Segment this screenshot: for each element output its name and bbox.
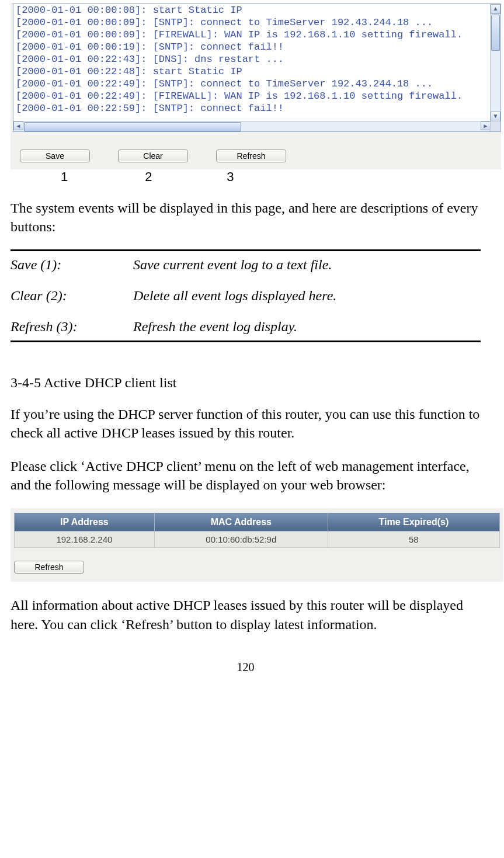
definition-description: Save current event log to a text file.	[133, 257, 332, 273]
dhcp-column-header: IP Address	[15, 513, 155, 532]
label-2: 2	[145, 169, 223, 185]
dhcp-column-header: MAC Address	[154, 513, 328, 532]
button-number-labels: 1 2 3	[11, 169, 481, 185]
definition-row: Clear (2):Delete all event logs displaye…	[11, 288, 481, 304]
clear-button[interactable]: Clear	[118, 150, 188, 162]
event-log-panel: [2000-01-01 00:00:08]: start Static IP […	[11, 4, 501, 169]
horizontal-scroll-thumb[interactable]	[24, 122, 241, 131]
vertical-scroll-thumb[interactable]	[491, 15, 500, 51]
page-number: 120	[11, 661, 481, 674]
dhcp-refresh-button[interactable]: Refresh	[14, 561, 84, 574]
dhcp-column-header: Time Expired(s)	[328, 513, 499, 532]
refresh-button[interactable]: Refresh	[216, 150, 286, 162]
table-cell: 58	[328, 532, 499, 548]
definition-label: Clear (2):	[11, 288, 133, 304]
definition-label: Refresh (3):	[11, 319, 133, 335]
scroll-up-arrow-icon[interactable]: ▲	[491, 4, 500, 14]
scroll-left-arrow-icon[interactable]: ◄	[13, 121, 23, 130]
dhcp-intro-paragraph-1: If you’re using the DHCP server function…	[11, 405, 481, 443]
scroll-right-arrow-icon[interactable]: ►	[481, 121, 491, 130]
definition-row: Save (1):Save current event log to a tex…	[11, 257, 481, 273]
scroll-down-arrow-icon[interactable]: ▼	[491, 112, 500, 121]
table-cell: 00:10:60:db:52:9d	[154, 532, 328, 548]
button-definitions-table: Save (1):Save current event log to a tex…	[11, 249, 481, 342]
scrollbar-corner	[490, 121, 500, 131]
definition-description: Refresh the event log display.	[133, 319, 297, 335]
label-1: 1	[61, 169, 141, 185]
table-cell: 192.168.2.240	[15, 532, 155, 548]
event-log-text: [2000-01-01 00:00:08]: start Static IP […	[13, 4, 500, 114]
event-log-box: [2000-01-01 00:00:08]: start Static IP […	[13, 4, 501, 132]
dhcp-outro-paragraph: All information about active DHCP leases…	[11, 596, 481, 634]
save-button[interactable]: Save	[20, 150, 90, 162]
table-row: 192.168.2.24000:10:60:db:52:9d58	[15, 532, 500, 548]
intro-paragraph: The system events will be displayed in t…	[11, 199, 481, 237]
dhcp-intro-paragraph-2: Please click ‘Active DHCP client’ menu o…	[11, 457, 481, 495]
vertical-scrollbar[interactable]: ▲ ▼	[490, 4, 500, 121]
definition-row: Refresh (3):Refresh the event log displa…	[11, 319, 481, 335]
definition-description: Delete all event logs displayed here.	[133, 288, 336, 304]
section-title: 3-4-5 Active DHCP client list	[11, 375, 481, 391]
horizontal-scrollbar[interactable]: ◄ ►	[13, 121, 491, 131]
label-3: 3	[227, 169, 234, 185]
definition-label: Save (1):	[11, 257, 133, 273]
dhcp-client-table: IP AddressMAC AddressTime Expired(s) 192…	[14, 513, 500, 548]
dhcp-client-panel: IP AddressMAC AddressTime Expired(s) 192…	[11, 508, 503, 582]
